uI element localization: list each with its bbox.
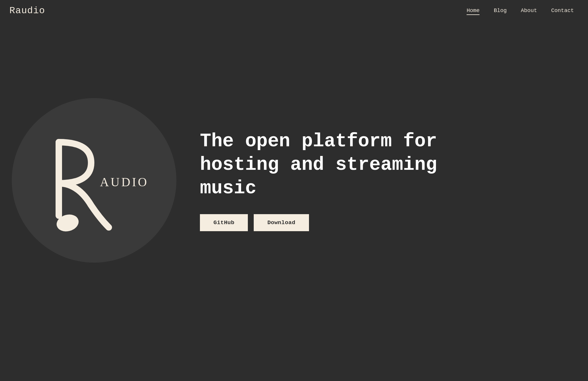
navigation: Raudio Home Blog About Contact: [0, 0, 588, 21]
svg-text:AUDIO: AUDIO: [100, 175, 148, 189]
hero-content: The open platform for hosting and stream…: [200, 130, 453, 231]
nav-link-home[interactable]: Home: [467, 8, 480, 15]
hero-section: AUDIO The open platform for hosting and …: [0, 21, 588, 345]
nav-item-blog[interactable]: Blog: [494, 8, 507, 14]
hero-headline-line2: hosting and streaming music: [200, 154, 437, 199]
nav-link-about[interactable]: About: [521, 8, 537, 14]
hero-buttons: GitHub Download: [200, 214, 453, 231]
raudio-logo-svg: AUDIO: [32, 119, 156, 242]
hero-headline: The open platform for hosting and stream…: [200, 130, 453, 200]
site-logo[interactable]: Raudio: [9, 5, 45, 16]
hero-headline-line1: The open platform for: [200, 131, 437, 152]
nav-item-contact[interactable]: Contact: [551, 8, 574, 14]
nav-link-contact[interactable]: Contact: [551, 8, 574, 14]
nav-link-blog[interactable]: Blog: [494, 8, 507, 14]
nav-item-about[interactable]: About: [521, 8, 537, 14]
brand-logo-circle: AUDIO: [12, 98, 176, 263]
nav-links: Home Blog About Contact: [467, 8, 574, 14]
download-button[interactable]: Download: [254, 214, 309, 231]
github-button[interactable]: GitHub: [200, 214, 248, 231]
nav-item-home[interactable]: Home: [467, 8, 480, 14]
